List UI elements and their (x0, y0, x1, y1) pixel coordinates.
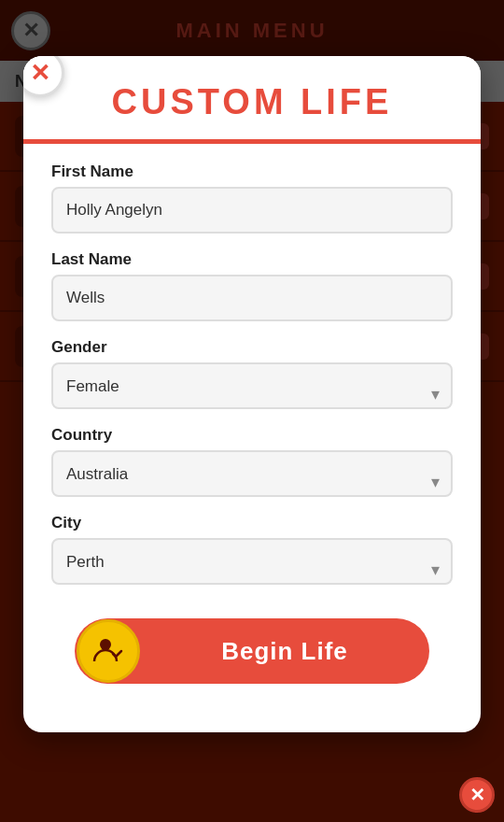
modal-header: CUSTOM LIFE (23, 56, 481, 132)
modal-overlay: ✕ CUSTOM LIFE First Name Last Name Gende… (0, 0, 504, 822)
modal-title: CUSTOM LIFE (42, 82, 462, 122)
gender-select-wrapper: Male Female Other ▾ (51, 362, 453, 426)
city-select-wrapper: Perth Sydney Melbourne Brisbane ▾ (51, 538, 453, 602)
person-check-icon (92, 635, 124, 667)
modal-body: First Name Last Name Gender Male Female … (23, 144, 481, 702)
city-select[interactable]: Perth Sydney Melbourne Brisbane (51, 538, 453, 585)
begin-life-button[interactable]: Begin Life (75, 618, 429, 684)
first-name-label: First Name (51, 163, 453, 181)
custom-life-modal: ✕ CUSTOM LIFE First Name Last Name Gende… (23, 56, 481, 732)
last-name-input[interactable] (51, 275, 453, 321)
city-label: City (51, 514, 453, 532)
gender-select[interactable]: Male Female Other (51, 362, 453, 409)
begin-life-label: Begin Life (140, 637, 429, 666)
bottom-close-button[interactable]: ✕ (459, 777, 495, 813)
bottom-close-icon: ✕ (469, 784, 485, 806)
country-select[interactable]: Australia United States United Kingdom C… (51, 450, 453, 497)
modal-close-icon: ✕ (30, 61, 50, 85)
svg-point-0 (100, 639, 111, 650)
gender-label: Gender (51, 338, 453, 357)
begin-life-icon-circle (77, 619, 140, 683)
last-name-label: Last Name (51, 250, 453, 269)
country-select-wrapper: Australia United States United Kingdom C… (51, 450, 453, 514)
country-label: Country (51, 426, 453, 445)
first-name-input[interactable] (51, 187, 453, 234)
